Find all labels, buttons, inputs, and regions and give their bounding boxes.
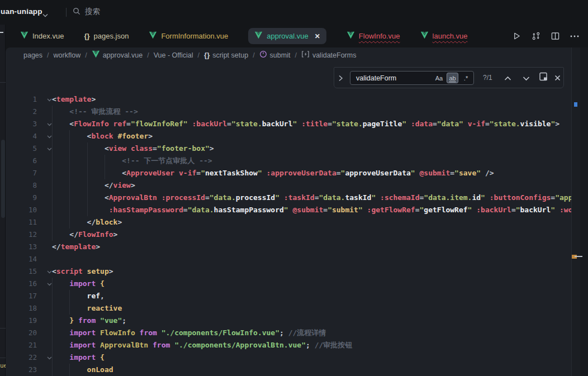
line-number: 15 — [6, 265, 37, 278]
code-line-23[interactable]: 23 onLoad — [6, 364, 571, 376]
line-number: 14 — [6, 253, 37, 265]
code-text: <!-- 审批流程 --> — [52, 106, 138, 118]
code-text: import ApprovalBtn from "./components/Ap… — [52, 339, 352, 351]
tab-label: approval.vue — [267, 32, 308, 40]
breadcrumb-separator: / — [85, 51, 87, 59]
code-text: <!-- 下一节点审批人 --> — [52, 155, 212, 167]
regex-toggle[interactable]: .* — [460, 73, 472, 83]
line-number: 12 — [6, 229, 37, 241]
find-next-button[interactable] — [523, 73, 530, 83]
code-line-20[interactable]: 20 import FlowInfo from "./components/Fl… — [6, 327, 571, 339]
breadcrumb-label: submit — [270, 51, 291, 59]
code-line-6[interactable]: 6 <!-- 下一节点审批人 --> — [6, 155, 571, 167]
code-line-21[interactable]: 21 import ApprovalBtn from "./components… — [6, 339, 571, 351]
symbol-event-icon — [301, 51, 310, 59]
line-number: 16 — [6, 278, 37, 290]
code-line-18[interactable]: 18 reactive — [6, 302, 571, 315]
code-line-14[interactable]: 14 — [6, 253, 571, 265]
breadcrumb-item-approval-vue[interactable]: approval.vue — [92, 50, 143, 60]
line-number: 17 — [6, 290, 37, 302]
search-placeholder: 搜索 — [85, 7, 100, 17]
breadcrumb-label: Vue - Official — [154, 51, 193, 59]
search-icon — [73, 7, 80, 17]
line-number: 5 — [6, 142, 37, 155]
tab-approval-vue[interactable]: approval.vue✕ — [248, 28, 326, 44]
code-line-10[interactable]: 10 :hasStampPassword="data.hasStampPassw… — [6, 204, 571, 216]
find-previous-button[interactable] — [504, 73, 511, 83]
vue-icon — [254, 31, 263, 41]
breadcrumb-item-vue-official[interactable]: Vue - Official — [154, 51, 193, 59]
run-button[interactable] — [513, 32, 521, 40]
match-case-toggle[interactable]: Aa — [433, 73, 445, 83]
editor-actions — [513, 25, 579, 47]
whole-word-toggle[interactable]: ab — [447, 73, 458, 83]
breadcrumb-item-workflow[interactable]: workflow — [54, 51, 81, 59]
code-text: <ApproveUser v-if="nextTaskShow" :approv… — [52, 167, 494, 179]
split-editor-button[interactable] — [551, 32, 559, 40]
breadcrumb-separator: / — [47, 51, 49, 59]
close-icon[interactable]: ✕ — [315, 32, 320, 40]
tab-label: pages.json — [94, 32, 129, 40]
find-in-selection-icon[interactable] — [539, 72, 548, 84]
breadcrumb-item-script-setup[interactable]: {}script setup — [204, 51, 248, 59]
code-text: reactive — [52, 302, 122, 315]
sidebar-scrollbar[interactable] — [1, 140, 5, 218]
code-line-3[interactable]: 3 <FlowInfo ref="flowInfoRef" :backUrl="… — [6, 118, 571, 130]
open-changes-button[interactable] — [532, 32, 540, 40]
breadcrumb-item-pages[interactable]: pages — [23, 51, 42, 59]
titlebar-divider — [66, 8, 67, 17]
code-line-15[interactable]: 15<script setup> — [6, 265, 571, 278]
code-area[interactable]: 1<template>2 <!-- 审批流程 -->3 <FlowInfo re… — [6, 93, 571, 376]
tab-pages-json[interactable]: {}pages.json — [84, 32, 129, 40]
breadcrumb-separator: / — [147, 51, 149, 59]
sidebar-divider — [0, 358, 6, 358]
code-line-12[interactable]: 12 </FlowInfo> — [6, 229, 571, 241]
code-line-19[interactable]: 19 } from "vue"; — [6, 315, 571, 327]
close-icon[interactable] — [554, 73, 561, 83]
code-line-8[interactable]: 8 </view> — [6, 179, 571, 192]
sidebar-divider — [0, 82, 6, 83]
global-search[interactable]: 搜索 — [73, 7, 100, 17]
code-line-17[interactable]: 17 ref, — [6, 290, 571, 302]
find-expand-toggle[interactable] — [338, 74, 343, 84]
tab-forminformation-vue[interactable]: FormInformation.vue — [149, 31, 228, 41]
tab-index-vue[interactable]: Index.vue — [20, 31, 64, 41]
code-line-7[interactable]: 7 <ApproveUser v-if="nextTaskShow" :appr… — [6, 167, 571, 179]
code-line-2[interactable]: 2 <!-- 审批流程 --> — [6, 106, 571, 118]
line-number: 23 — [6, 364, 37, 376]
code-text: import FlowInfo from "./components/FlowI… — [52, 327, 326, 339]
code-line-13[interactable]: 13</template> — [6, 241, 571, 253]
code-text: <template> — [52, 93, 96, 106]
scrollbar-gutter[interactable] — [580, 47, 588, 376]
chevron-down-icon[interactable] — [42, 9, 48, 20]
code-text: </FlowInfo> — [52, 229, 117, 241]
ruler-cursor-marker — [575, 256, 582, 257]
code-text: onLoad — [52, 364, 113, 376]
code-text: <script setup> — [52, 265, 113, 278]
project-name[interactable]: uan-uniapp — [1, 7, 42, 16]
code-line-22[interactable]: 22 import { — [6, 351, 571, 364]
vue-icon — [149, 31, 157, 41]
sidebar-icon-fragment — [0, 32, 3, 33]
tab-launch-vue[interactable]: launch.vue — [420, 31, 468, 41]
breadcrumb-item-submit[interactable]: submit — [259, 50, 291, 60]
find-input[interactable] — [350, 74, 433, 82]
code-line-5[interactable]: 5 <view class="footer-box"> — [6, 142, 571, 155]
more-actions-button[interactable] — [570, 35, 579, 37]
breadcrumb-label: script setup — [212, 51, 248, 59]
code-line-16[interactable]: 16 import { — [6, 278, 571, 290]
code-line-4[interactable]: 4 <block #footer> — [6, 130, 571, 142]
breadcrumb-item-validateforms[interactable]: validateForms — [301, 51, 357, 59]
line-number: 13 — [6, 241, 37, 253]
code-text: </block> — [52, 216, 122, 229]
code-line-9[interactable]: 9 <ApprovalBtn :processId="data.processI… — [6, 192, 571, 204]
line-number: 9 — [6, 192, 37, 204]
code-line-11[interactable]: 11 </block> — [6, 216, 571, 229]
line-number: 7 — [6, 167, 37, 179]
code-text: import { — [52, 278, 105, 290]
code-line-1[interactable]: 1<template> — [6, 93, 571, 106]
overview-ruler[interactable] — [572, 47, 580, 376]
braces-icon: {} — [204, 51, 210, 59]
tab-flowinfo-vue[interactable]: FlowInfo.vue — [347, 31, 400, 41]
breadcrumb-label: approval.vue — [103, 51, 143, 59]
